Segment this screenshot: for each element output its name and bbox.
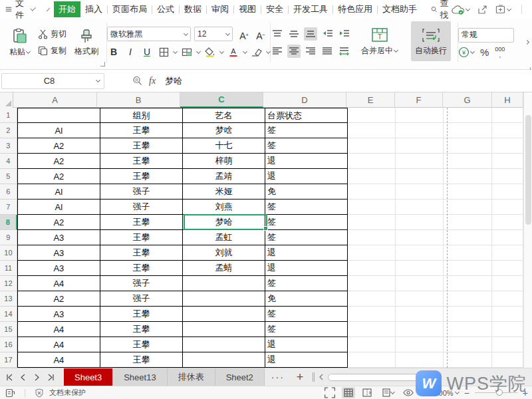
cell-F1[interactable] [396, 108, 443, 123]
cell-F15[interactable] [396, 322, 443, 337]
cut-button[interactable]: 剪切 [38, 29, 66, 40]
reader-view-button[interactable] [402, 387, 415, 398]
cell-D12[interactable]: 签 [265, 276, 348, 291]
cell-D5[interactable]: 退 [265, 169, 348, 184]
cell-F6[interactable] [396, 184, 443, 200]
align-center-button[interactable] [287, 45, 301, 58]
copy-button[interactable]: 复制 [38, 45, 66, 57]
eraser-button[interactable] [250, 45, 263, 59]
cell-H15[interactable] [492, 322, 523, 337]
sheet-tab-Sheet3[interactable]: Sheet3 [64, 368, 113, 386]
cell-A10[interactable]: A3 [17, 245, 100, 261]
cell-D11[interactable]: 退 [265, 261, 348, 276]
col-header-A[interactable]: A [13, 92, 97, 108]
cell-G2[interactable] [444, 123, 492, 138]
sheet-tab-Sheet13[interactable]: Sheet13 [113, 368, 167, 386]
cell-B15[interactable]: 王攀 [100, 322, 183, 337]
menu-tab-开始[interactable]: 开始 [54, 1, 80, 17]
cell-F3[interactable] [396, 138, 443, 154]
comma-style-button[interactable]: 000 , [495, 47, 505, 57]
cell-G12[interactable] [444, 276, 492, 291]
underline-button[interactable]: U [140, 45, 154, 59]
cell-F4[interactable] [396, 154, 443, 169]
cell-C15[interactable] [183, 322, 265, 337]
cell-H17[interactable] [492, 352, 523, 368]
cell-E5[interactable] [348, 169, 396, 184]
menu-tab-审阅[interactable]: 审阅 [207, 1, 233, 17]
cell-G15[interactable] [444, 322, 492, 337]
cell-F7[interactable] [396, 200, 443, 215]
name-box[interactable]: C8 [1, 73, 104, 89]
cell-G8[interactable] [444, 215, 492, 230]
cell-H11[interactable] [492, 261, 523, 276]
col-header-D[interactable]: D [263, 92, 346, 108]
number-format-select[interactable]: 常规 [458, 28, 514, 43]
decrease-indent-button[interactable] [321, 27, 334, 41]
row-header-8[interactable]: 8 [0, 215, 17, 230]
next-sheet-button[interactable] [31, 371, 43, 384]
cell-F2[interactable] [396, 123, 443, 138]
cell-E13[interactable] [348, 291, 396, 307]
format-painter-button[interactable]: 格式刷 [70, 23, 102, 63]
row-header-5[interactable]: 5 [0, 169, 17, 184]
row-header-10[interactable]: 10 [0, 245, 17, 261]
cell-E17[interactable] [348, 352, 396, 368]
cell-H8[interactable] [492, 215, 523, 230]
cell-B12[interactable]: 强子 [100, 276, 183, 291]
cell-A11[interactable]: A3 [17, 261, 100, 276]
cell-D1[interactable]: 台票状态 [265, 108, 348, 123]
row-header-2[interactable]: 2 [0, 123, 17, 138]
cell-F13[interactable] [396, 291, 443, 307]
quick-access-chevron-icon[interactable] [47, 7, 51, 11]
file-menu-button[interactable]: 文件 [0, 0, 40, 19]
cell-B7[interactable]: 强子 [100, 200, 183, 215]
cell-F5[interactable] [396, 169, 443, 184]
justify-button[interactable] [321, 45, 334, 58]
cell-C13[interactable] [183, 291, 265, 307]
menu-tab-页面布局[interactable]: 页面布局 [108, 1, 152, 17]
cell-B14[interactable]: 王攀 [100, 307, 183, 322]
row-header-3[interactable]: 3 [0, 138, 17, 154]
cell-C4[interactable]: 梓萌 [183, 154, 265, 169]
cell-G10[interactable] [444, 245, 492, 261]
cell-G17[interactable] [444, 352, 492, 368]
vertical-scrollbar[interactable] [523, 92, 532, 368]
prev-sheet-button[interactable] [17, 371, 29, 384]
fill-color-button[interactable] [203, 45, 217, 59]
cell-H5[interactable] [492, 169, 523, 184]
new-tab-button[interactable] [495, 5, 511, 14]
row-header-6[interactable]: 6 [0, 184, 17, 200]
cell-A12[interactable]: A4 [17, 276, 100, 291]
cell-F8[interactable] [396, 215, 443, 230]
cell-A3[interactable]: A2 [17, 138, 100, 154]
col-header-C[interactable]: C [180, 92, 263, 108]
cell-G9[interactable] [444, 230, 492, 245]
sheet-tab-Sheet2[interactable]: Sheet2 [215, 368, 265, 386]
page-break-view-button[interactable] [360, 387, 374, 398]
cell-E2[interactable] [348, 123, 396, 138]
borders-button[interactable] [157, 45, 170, 59]
row-header-1[interactable]: 1 [0, 108, 17, 123]
cell-E9[interactable] [348, 230, 396, 245]
cell-H13[interactable] [492, 291, 523, 307]
cell-D4[interactable]: 退 [265, 154, 348, 169]
cell-E10[interactable] [348, 245, 396, 261]
cell-H6[interactable] [492, 184, 523, 200]
col-header-H[interactable]: H [492, 92, 523, 108]
cell-H7[interactable] [492, 200, 523, 215]
menu-tab-视图[interactable]: 视图 [234, 1, 261, 17]
cell-D13[interactable]: 免 [265, 291, 348, 307]
cell-B17[interactable]: 王攀 [100, 352, 183, 368]
row-header-13[interactable]: 13 [0, 291, 17, 307]
cell-D3[interactable]: 签 [265, 138, 348, 154]
cell-A5[interactable]: A2 [17, 169, 100, 184]
paste-button[interactable]: 粘贴 [5, 23, 34, 63]
cell-C5[interactable]: 孟靖 [183, 169, 265, 184]
cell-A15[interactable]: A4 [17, 322, 100, 337]
cell-C6[interactable]: 米娅 [183, 184, 265, 200]
cell-A2[interactable]: Al [17, 123, 100, 138]
cell-D15[interactable]: 签 [265, 322, 348, 337]
sheet-tab-排休表[interactable]: 排休表 [168, 368, 215, 386]
zoom-slider-knob[interactable] [496, 389, 503, 396]
distribute-button[interactable] [337, 45, 350, 58]
